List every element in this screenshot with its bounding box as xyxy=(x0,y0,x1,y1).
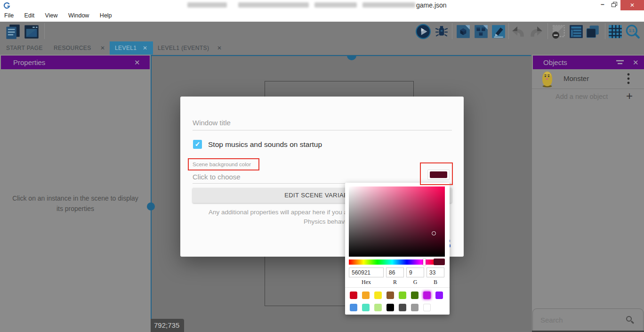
blue-input-label: B xyxy=(427,279,444,286)
debugger-icon[interactable] xyxy=(434,24,449,39)
tab-start-page[interactable]: START PAGE xyxy=(6,41,43,55)
objects-close-icon[interactable]: ✕ xyxy=(633,56,639,69)
tab-level1-events-close-icon[interactable]: ✕ xyxy=(217,41,222,55)
tab-level1[interactable]: LEVEL1 ✕ xyxy=(110,41,153,55)
add-object-plus-icon[interactable]: + xyxy=(626,89,633,103)
highlight-scene-background-label xyxy=(188,158,259,170)
preset-color-swatch[interactable] xyxy=(350,292,357,299)
preset-color-swatch[interactable] xyxy=(423,304,431,311)
preset-color-swatch[interactable] xyxy=(362,292,370,299)
properties-panel-header: Properties ✕ xyxy=(1,56,150,69)
hue-slider[interactable] xyxy=(349,259,435,265)
properties-panel-title: Properties xyxy=(13,56,45,69)
tab-resources-close-icon[interactable]: ✕ xyxy=(100,41,105,55)
instances-list-icon[interactable] xyxy=(569,24,584,39)
preset-color-swatch[interactable] xyxy=(374,304,382,311)
search-icon-tail xyxy=(630,321,634,324)
menu-bar: File Edit View Window Help xyxy=(0,10,644,22)
toolbar-separator xyxy=(547,23,548,39)
tab-level1-events[interactable]: LEVEL1 (EVENTS) xyxy=(158,41,209,55)
toolbar-separator xyxy=(44,23,45,39)
blue-input[interactable] xyxy=(427,267,444,277)
click-to-choose-label[interactable]: Click to choose xyxy=(193,173,241,181)
toolbar-separator xyxy=(452,23,452,39)
add-object-row[interactable]: Add a new object + xyxy=(532,89,644,105)
filter-icon[interactable] xyxy=(616,59,624,66)
new-object-icon[interactable] xyxy=(456,24,471,39)
objects-panel: Objects ✕ Monster Add a new object + xyxy=(532,55,644,332)
redacted-path-text xyxy=(238,2,309,8)
document-title: game.json xyxy=(416,1,447,9)
toolbar-separator xyxy=(605,23,605,39)
add-object-label: Add a new object xyxy=(555,93,608,100)
objects-panel-header: Objects ✕ xyxy=(533,56,644,69)
toggle-mask-icon[interactable] xyxy=(552,24,567,39)
red-input-label: R xyxy=(386,279,404,286)
properties-close-icon[interactable]: ✕ xyxy=(134,56,140,69)
properties-empty-message: Click on an instance in the scene to dis… xyxy=(5,193,146,214)
green-input-label: G xyxy=(406,279,424,286)
properties-panel: Properties ✕ Click on an instance in the… xyxy=(0,55,151,332)
object-menu-icon[interactable] xyxy=(627,73,630,84)
redacted-title-text xyxy=(187,2,227,8)
menu-help[interactable]: Help xyxy=(96,10,116,21)
search-icon[interactable] xyxy=(625,316,636,326)
tab-resources[interactable]: RESOURCES xyxy=(54,41,91,55)
preset-color-swatch[interactable] xyxy=(386,304,394,311)
horizontal-scrollbar-thumb[interactable] xyxy=(347,56,356,60)
hue-slider-thumb[interactable] xyxy=(423,259,426,266)
picker-divider xyxy=(345,287,450,288)
object-name: Monster xyxy=(564,74,589,82)
search-input[interactable] xyxy=(540,316,616,324)
play-icon[interactable] xyxy=(416,24,431,39)
undo-icon[interactable] xyxy=(511,24,526,39)
green-input[interactable] xyxy=(406,267,424,277)
saturation-marker[interactable] xyxy=(432,231,436,235)
red-input[interactable] xyxy=(386,267,404,277)
open-properties-panel-icon[interactable] xyxy=(24,24,40,40)
preset-color-swatch[interactable] xyxy=(423,292,431,299)
preset-color-swatch[interactable] xyxy=(399,292,406,299)
menu-view[interactable]: View xyxy=(41,10,62,21)
redo-icon[interactable] xyxy=(529,24,544,39)
edit-scene-icon[interactable] xyxy=(491,24,506,39)
close-button[interactable]: ✕ xyxy=(620,0,644,10)
layers-icon[interactable] xyxy=(585,24,600,39)
grid-icon[interactable] xyxy=(608,24,623,39)
zoom-original-icon[interactable]: 1:1 xyxy=(625,24,640,39)
saturation-area[interactable] xyxy=(349,186,445,257)
preset-color-swatch[interactable] xyxy=(350,304,357,311)
open-objects-panel-icon[interactable] xyxy=(5,24,21,40)
color-picker-popover: Hex R G B xyxy=(345,183,450,315)
menu-edit[interactable]: Edit xyxy=(20,10,39,21)
vertical-scrollbar[interactable] xyxy=(151,55,152,332)
preset-color-swatch[interactable] xyxy=(435,292,443,299)
toolbar: 1:1 xyxy=(0,22,644,41)
tab-level1-close-icon[interactable]: ✕ xyxy=(143,41,147,55)
preset-color-swatch[interactable] xyxy=(374,292,382,299)
horizontal-scrollbar[interactable] xyxy=(152,55,531,56)
menu-window[interactable]: Window xyxy=(64,10,93,21)
preset-color-swatch[interactable] xyxy=(386,292,394,299)
toolbar-separator xyxy=(508,23,509,39)
preset-color-swatch[interactable] xyxy=(399,304,406,311)
minimize-button[interactable]: – xyxy=(596,0,610,10)
window-title-field-underline[interactable] xyxy=(193,130,452,130)
restore-button[interactable] xyxy=(609,0,621,10)
menu-file[interactable]: File xyxy=(0,10,18,21)
properties-empty-line2: its properties xyxy=(5,203,146,214)
gdevelop-logo-icon xyxy=(3,2,10,9)
properties-empty-line1: Click on an instance in the scene to dis… xyxy=(5,193,146,203)
stop-music-checkbox[interactable]: ✓ xyxy=(193,140,202,149)
current-color-preview xyxy=(434,259,445,265)
preset-color-swatch[interactable] xyxy=(362,304,370,311)
hex-input[interactable] xyxy=(349,267,384,277)
title-bar: game.json – ✕ xyxy=(0,0,644,10)
vertical-scrollbar-thumb[interactable] xyxy=(147,202,155,211)
new-objects-group-icon[interactable] xyxy=(474,24,489,39)
preset-color-swatch[interactable] xyxy=(411,304,419,311)
cursor-coordinates-badge: 792;735 xyxy=(151,319,184,332)
highlight-color-swatch xyxy=(420,162,453,185)
object-row-monster[interactable]: Monster xyxy=(532,69,644,89)
preset-color-swatch[interactable] xyxy=(411,292,419,299)
